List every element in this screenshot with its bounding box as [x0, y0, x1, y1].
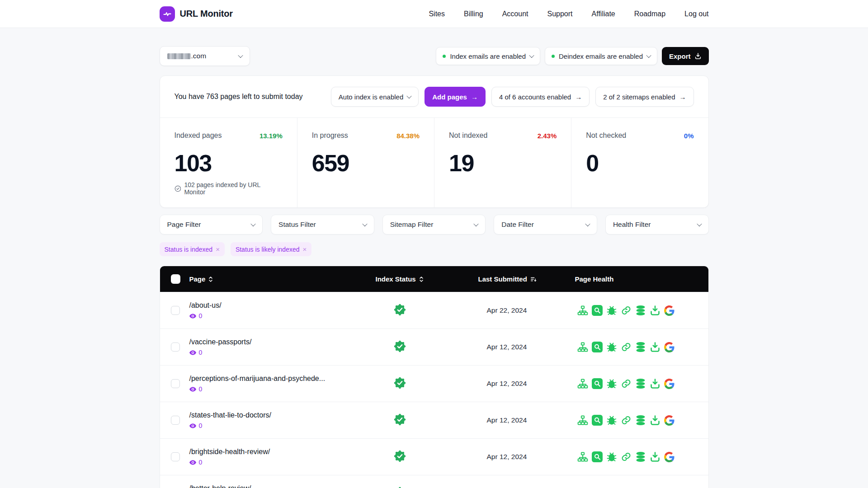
- row-checkbox[interactable]: [171, 416, 180, 425]
- column-header-index-status[interactable]: Index Status: [376, 275, 478, 283]
- link-icon[interactable]: [621, 415, 632, 426]
- pages-table: Page Index Status Last Submitted Page He…: [160, 266, 709, 488]
- link-icon[interactable]: [621, 378, 632, 389]
- index-emails-label: Index emails are enabled: [450, 52, 526, 60]
- file-search-icon[interactable]: [592, 342, 603, 352]
- download-icon[interactable]: [650, 415, 660, 426]
- nav-link[interactable]: Billing: [464, 10, 483, 18]
- table-row: /brightside-health-review/ 0 Apr 12, 202…: [160, 438, 708, 475]
- sitemaps-enabled-button[interactable]: 2 of 2 sitemaps enabled →: [595, 87, 693, 107]
- bug-icon[interactable]: [606, 415, 617, 426]
- remove-chip-icon[interactable]: ×: [216, 246, 220, 253]
- stats-grid: Indexed pages 13.19% 103 102 pages index…: [160, 118, 708, 207]
- sitemap-icon[interactable]: [577, 342, 588, 352]
- google-icon[interactable]: [664, 415, 675, 426]
- file-search-icon[interactable]: [592, 451, 603, 462]
- stat-note: 102 pages indexed by URL Monitor: [175, 181, 283, 196]
- database-icon[interactable]: [635, 342, 646, 352]
- nav-link[interactable]: Roadmap: [634, 10, 665, 18]
- export-button[interactable]: Export: [662, 47, 709, 65]
- sitemap-icon[interactable]: [577, 415, 588, 426]
- sitemap-icon[interactable]: [577, 451, 588, 462]
- filter-dropdown[interactable]: Status Filter: [271, 215, 374, 235]
- filter-dropdown[interactable]: Health Filter: [605, 215, 709, 235]
- download-icon[interactable]: [650, 451, 660, 462]
- view-count: 0: [199, 349, 203, 356]
- google-icon[interactable]: [664, 452, 675, 462]
- auto-index-toggle[interactable]: Auto index is enabled: [331, 87, 419, 107]
- bug-icon[interactable]: [606, 378, 617, 389]
- filter-dropdown[interactable]: Page Filter: [160, 215, 263, 235]
- chevron-down-icon: [697, 221, 702, 226]
- page-health-icons: [577, 342, 708, 352]
- database-icon[interactable]: [635, 451, 646, 462]
- filters-row: Page Filter Status Filter Sitemap Filter…: [160, 215, 709, 235]
- column-header-page-health: Page Health: [575, 275, 708, 283]
- link-icon[interactable]: [621, 342, 632, 352]
- view-count: 0: [199, 459, 203, 466]
- stat-card: Not indexed 2.43% 19: [434, 118, 571, 207]
- bug-icon[interactable]: [606, 342, 617, 352]
- database-icon[interactable]: [635, 378, 646, 389]
- bug-icon[interactable]: [606, 451, 617, 462]
- nav-link[interactable]: Log out: [684, 10, 708, 18]
- page-url[interactable]: /better-help-review/: [189, 484, 376, 488]
- file-search-icon[interactable]: [592, 305, 603, 316]
- page-url[interactable]: /states-that-lie-to-doctors/: [189, 411, 376, 419]
- indexed-status-badge: [394, 413, 406, 426]
- sort-icon: [419, 276, 424, 282]
- deindex-emails-toggle[interactable]: Deindex emails are enabled: [545, 47, 657, 65]
- sitemap-icon[interactable]: [577, 378, 588, 389]
- chevron-down-icon: [646, 53, 651, 58]
- accounts-enabled-button[interactable]: 4 of 6 accounts enabled →: [491, 87, 590, 107]
- column-header-page[interactable]: Page: [189, 275, 376, 283]
- download-icon[interactable]: [650, 305, 660, 316]
- column-header-last-submitted[interactable]: Last Submitted: [478, 275, 575, 283]
- nav-link[interactable]: Sites: [429, 10, 445, 18]
- google-icon[interactable]: [664, 305, 675, 316]
- last-submitted-date: Apr 12, 2024: [487, 380, 527, 387]
- remove-chip-icon[interactable]: ×: [303, 246, 307, 253]
- stat-card: In progress 84.38% 659: [297, 118, 434, 207]
- stat-percent: 84.38%: [396, 132, 420, 140]
- nav-link[interactable]: Account: [502, 10, 528, 18]
- download-icon[interactable]: [650, 378, 660, 389]
- index-emails-toggle[interactable]: Index emails are enabled: [436, 47, 540, 65]
- page-url[interactable]: /about-us/: [189, 301, 376, 310]
- accounts-label: 4 of 6 accounts enabled: [499, 93, 571, 101]
- add-pages-button[interactable]: Add pages →: [425, 87, 486, 107]
- filter-dropdown[interactable]: Sitemap Filter: [382, 215, 486, 235]
- file-search-icon[interactable]: [592, 378, 603, 389]
- page-url[interactable]: /perceptions-of-marijuana-and-psychede..…: [189, 375, 376, 383]
- link-icon[interactable]: [621, 305, 632, 316]
- row-checkbox[interactable]: [171, 452, 180, 461]
- row-checkbox[interactable]: [171, 306, 180, 315]
- file-search-icon[interactable]: [592, 415, 603, 426]
- redacted-domain: [167, 53, 191, 59]
- sitemap-icon[interactable]: [577, 305, 588, 316]
- nav-link[interactable]: Affiliate: [592, 10, 615, 18]
- stat-label: Not indexed: [449, 131, 487, 140]
- filter-chip: Status is likely indexed ×: [231, 242, 311, 256]
- link-icon[interactable]: [621, 451, 632, 462]
- row-checkbox[interactable]: [171, 343, 180, 352]
- download-icon[interactable]: [650, 342, 660, 352]
- row-checkbox[interactable]: [171, 379, 180, 388]
- last-submitted-date: Apr 12, 2024: [487, 453, 527, 460]
- page-health-icons: [577, 451, 708, 462]
- stat-value: 659: [312, 150, 420, 177]
- database-icon[interactable]: [635, 415, 646, 426]
- nav-link[interactable]: Support: [547, 10, 573, 18]
- stat-note-text: 102 pages indexed by URL Monitor: [184, 181, 282, 196]
- domain-select[interactable]: .com: [160, 46, 250, 66]
- page-url[interactable]: /brightside-health-review/: [189, 448, 376, 456]
- google-icon[interactable]: [664, 379, 675, 389]
- filter-dropdown[interactable]: Date Filter: [494, 215, 597, 235]
- page-url[interactable]: /vaccine-passports/: [189, 338, 376, 346]
- bug-icon[interactable]: [606, 305, 617, 316]
- database-icon[interactable]: [635, 305, 646, 316]
- brand-logo[interactable]: URL Monitor: [160, 6, 233, 22]
- google-icon[interactable]: [664, 342, 675, 352]
- chevron-down-icon: [585, 221, 590, 226]
- select-all-checkbox[interactable]: [171, 274, 180, 284]
